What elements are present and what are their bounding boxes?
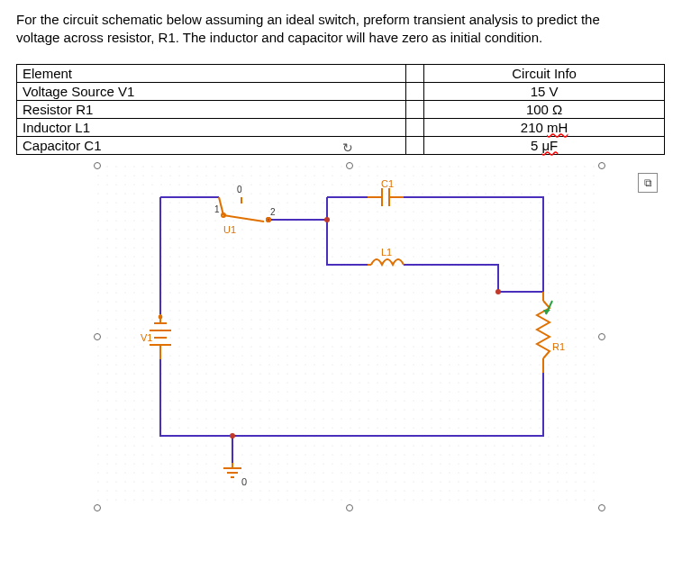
header-element: Element [17,64,406,82]
resize-handle-mr[interactable] [598,333,605,340]
label-sw1: 1 [214,204,220,214]
row-label: Voltage Source V1 [17,82,406,100]
table-header-row: Element Circuit Info [17,64,665,82]
table-row: Voltage Source V1 15 V [17,82,665,100]
row-label: Resistor R1 [17,100,406,118]
label-gnd: 0 [241,476,247,487]
label-c1: C1 [381,178,394,189]
label-sw0: 0 [237,185,242,194]
table-row: Inductor L1 210 mH [17,118,665,136]
prompt-line-1: For the circuit schematic below assuming… [16,12,600,27]
row-value: 5 μF [424,136,665,154]
header-circuit-info: Circuit Info [424,64,665,82]
table-row: Capacitor C1 5 μF [17,136,665,154]
row-value: 210 mH [424,118,665,136]
layout-options-button[interactable]: ⧉ [638,173,658,193]
resize-handle-tr[interactable] [598,162,605,169]
resize-handle-br[interactable] [598,504,605,511]
schematic-canvas[interactable]: ↻ ⧉ [97,166,602,508]
circuit-schematic: V1 R1 L1 C1 U1 0 1 2 0 [97,166,602,508]
row-value: 15 V [424,82,665,100]
label-v1: V1 [141,332,152,343]
svg-rect-1 [97,166,602,508]
row-value: 100 Ω [424,100,665,118]
resize-handle-tl[interactable] [94,162,101,169]
label-sw2: 2 [270,207,276,217]
svg-point-5 [230,433,235,439]
svg-point-4 [495,289,501,294]
resize-handle-bm[interactable] [346,504,353,511]
resize-handle-ml[interactable] [94,333,101,340]
table-row: Resistor R1 100 Ω [17,100,665,118]
resize-handle-tm[interactable] [346,162,353,169]
problem-statement: For the circuit schematic below assuming… [16,11,684,48]
label-u1: U1 [223,224,236,235]
label-l1: L1 [381,247,392,258]
rotate-handle-icon[interactable]: ↻ [342,140,357,155]
layout-options-icon: ⧉ [644,176,652,189]
header-spacer [406,64,424,82]
circuit-info-table: Element Circuit Info Voltage Source V1 1… [16,64,665,155]
svg-point-3 [324,217,330,222]
label-r1: R1 [552,341,565,352]
svg-point-12 [159,315,162,318]
prompt-line-2: voltage across resistor, R1. The inducto… [16,30,542,45]
row-label: Inductor L1 [17,118,406,136]
resize-handle-bl[interactable] [94,504,101,511]
